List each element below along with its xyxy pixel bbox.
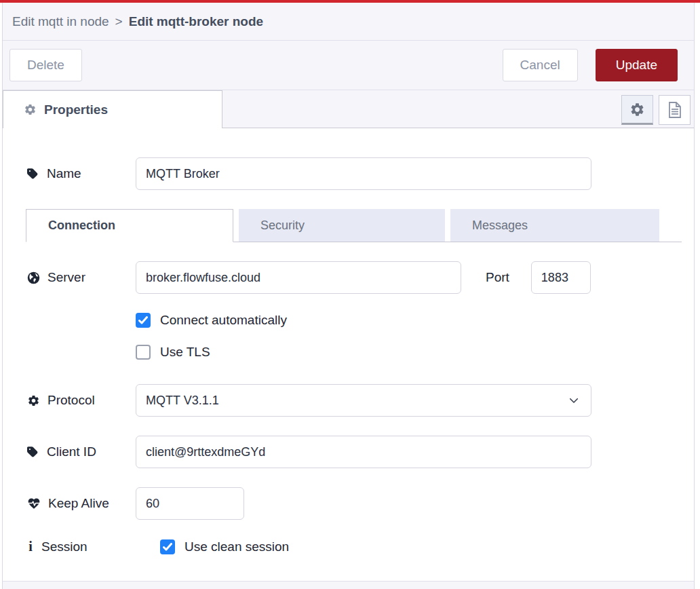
- connection-tabs: Connection Security Messages: [26, 209, 682, 242]
- properties-panel: Name Connection Security Messages Server…: [3, 128, 694, 589]
- protocol-select[interactable]: MQTT V3.1.1: [136, 384, 591, 417]
- keep-alive-label-text: Keep Alive: [48, 496, 109, 511]
- use-tls-row: Use TLS: [3, 345, 694, 360]
- session-row: i Session Use clean session: [3, 539, 694, 554]
- server-label-text: Server: [47, 270, 85, 285]
- use-tls-label: Use TLS: [160, 345, 210, 360]
- breadcrumb-current: Edit mqtt-broker node: [129, 14, 263, 29]
- client-id-row: Client ID: [3, 436, 694, 468]
- tag-icon: [27, 168, 39, 180]
- client-id-label-text: Client ID: [47, 444, 96, 459]
- checkbox-box: [136, 345, 151, 360]
- keep-alive-label: Keep Alive: [27, 496, 136, 511]
- keep-alive-input[interactable]: [136, 487, 244, 520]
- tab-security[interactable]: Security: [239, 209, 445, 242]
- server-input[interactable]: [136, 261, 461, 294]
- editor-tab-bar: Properties: [3, 90, 694, 128]
- server-row: Server Port: [3, 261, 694, 294]
- connect-automatically-row: Connect automatically: [3, 313, 694, 328]
- name-input[interactable]: [136, 157, 591, 190]
- cancel-button[interactable]: Cancel: [503, 49, 578, 81]
- protocol-select-value: MQTT V3.1.1: [146, 394, 219, 408]
- port-label: Port: [486, 270, 509, 285]
- gear-icon: [629, 102, 645, 117]
- tab-messages[interactable]: Messages: [450, 209, 659, 242]
- connect-automatically-checkbox[interactable]: Connect automatically: [136, 313, 287, 328]
- protocol-label-text: Protocol: [47, 393, 95, 408]
- document-icon: [667, 101, 683, 119]
- action-bar: Delete Cancel Update: [3, 41, 694, 90]
- breadcrumb-parent[interactable]: Edit mqtt in node: [12, 14, 109, 29]
- breadcrumb: Edit mqtt in node > Edit mqtt-broker nod…: [3, 3, 694, 41]
- checkbox-box: [136, 313, 151, 328]
- port-input[interactable]: [531, 261, 591, 294]
- name-label: Name: [27, 166, 136, 181]
- client-id-input[interactable]: [136, 436, 591, 468]
- edit-node-dialog: Edit mqtt in node > Edit mqtt-broker nod…: [2, 3, 695, 589]
- editor-view-buttons: [621, 95, 691, 125]
- description-view-button[interactable]: [659, 95, 691, 125]
- update-button[interactable]: Update: [596, 49, 678, 81]
- client-id-label: Client ID: [27, 444, 136, 459]
- keep-alive-row: Keep Alive: [3, 487, 694, 520]
- heartbeat-icon: [27, 497, 41, 510]
- clean-session-label: Use clean session: [184, 539, 289, 554]
- tab-connection[interactable]: Connection: [26, 209, 233, 242]
- name-label-text: Name: [47, 166, 81, 181]
- tab-properties-label: Properties: [44, 102, 108, 117]
- info-icon: i: [27, 539, 34, 554]
- dialog-bottom-edge: [3, 581, 694, 589]
- protocol-label: Protocol: [27, 393, 136, 408]
- gear-icon: [27, 394, 40, 407]
- server-label: Server: [27, 270, 136, 285]
- use-tls-checkbox[interactable]: Use TLS: [136, 345, 210, 360]
- delete-button[interactable]: Delete: [9, 49, 82, 81]
- protocol-row: Protocol MQTT V3.1.1: [3, 384, 694, 417]
- name-row: Name: [3, 157, 694, 190]
- session-label-text: Session: [41, 539, 88, 554]
- chevron-down-icon: [568, 394, 580, 406]
- connect-automatically-label: Connect automatically: [160, 313, 287, 328]
- checkbox-box: [160, 539, 175, 554]
- gear-icon: [24, 103, 37, 116]
- properties-view-button[interactable]: [621, 95, 653, 125]
- clean-session-checkbox[interactable]: Use clean session: [160, 539, 289, 554]
- breadcrumb-separator: >: [115, 14, 123, 29]
- tab-properties[interactable]: Properties: [3, 90, 222, 128]
- session-label: i Session: [27, 539, 136, 554]
- globe-icon: [27, 271, 40, 284]
- tag-icon: [27, 446, 39, 458]
